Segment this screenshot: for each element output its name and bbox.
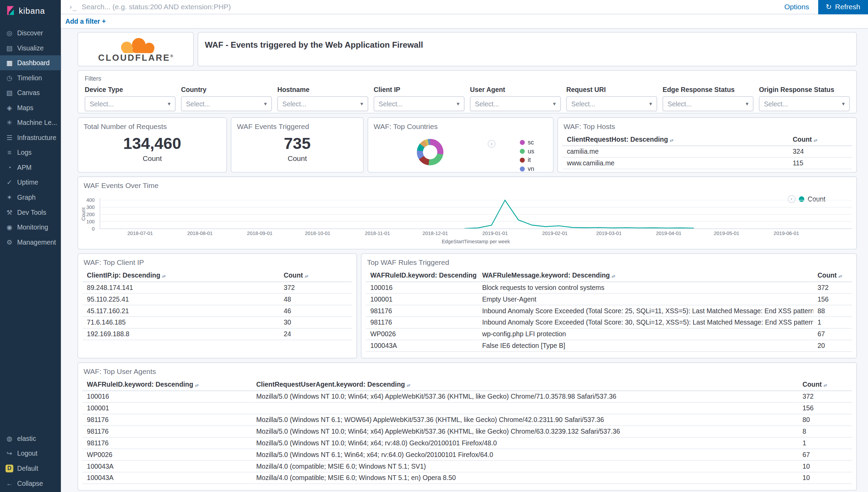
sidebar-item-label: Logout (17, 449, 37, 457)
collapse-icon: ← (5, 479, 13, 487)
cloudflare-logo: CLOUDFLARE® (98, 36, 173, 62)
table-cell: Mozilla/5.0 (Windows NT 10.0; Win64; x64… (252, 391, 798, 402)
column-header[interactable]: WAFRuleID.keyword: Descending▴▾ (82, 379, 252, 391)
metric-unit: Count (231, 154, 363, 163)
sidebar-item-machine-learning[interactable]: ✳Machine Le... (0, 115, 61, 130)
table-row: 71.6.146.18530 (82, 317, 352, 328)
column-header[interactable]: ClientIP.ip: Descending▴▾ (82, 270, 279, 282)
filter-select-edge-response-status[interactable]: Select...▾ (663, 96, 753, 112)
sidebar-item-elastic[interactable]: ◍elastic (0, 431, 61, 446)
filter-label: Hostname (277, 86, 368, 94)
discover-icon: ◎ (5, 29, 13, 37)
filters-row: Device TypeSelect...▾CountrySelect...▾Ho… (85, 86, 850, 111)
brand-text: kibana (19, 6, 45, 15)
chevron-down-icon: ▾ (842, 101, 845, 107)
legend-item-sc[interactable]: sc (520, 139, 534, 145)
column-header[interactable]: WAFRuleMessage.keyword: Descending▴▾ (478, 270, 813, 282)
column-header[interactable]: Count▴▾ (279, 270, 352, 282)
sidebar-item-default-space[interactable]: DDefault (0, 461, 61, 476)
filter-select-device-type[interactable]: Select...▾ (85, 96, 175, 112)
legend-item-vn[interactable]: vn (520, 165, 534, 172)
sidebar-item-dev-tools[interactable]: ⚒Dev Tools (0, 205, 61, 220)
line-chart-plot[interactable] (100, 198, 852, 229)
dashboard-title: WAF - Events triggered by the Web Applic… (205, 40, 850, 49)
legend-item-it[interactable]: it (520, 156, 534, 163)
search-input[interactable] (82, 3, 776, 11)
filter-select-hostname[interactable]: Select...▾ (277, 96, 368, 112)
filter-field-device-type: Device TypeSelect...▾ (85, 86, 175, 111)
sidebar-item-logout[interactable]: ↪Logout (0, 446, 61, 461)
filter-select-client-ip[interactable]: Select...▾ (374, 96, 464, 112)
sidebar-item-label: elastic (17, 434, 36, 442)
uptime-icon: ✓ (5, 178, 13, 186)
column-header[interactable]: Count▴▾ (813, 270, 852, 282)
sidebar-item-uptime[interactable]: ✓Uptime (0, 175, 61, 190)
sidebar-item-label: Maps (17, 104, 33, 112)
column-header[interactable]: Count▴▾ (798, 379, 852, 391)
sidebar-item-infrastructure[interactable]: ☰Infrastructure (0, 130, 61, 145)
filter-select-user-agent[interactable]: Select...▾ (470, 96, 561, 112)
filter-select-origin-response-status[interactable]: Select...▾ (759, 96, 849, 112)
metric-value: 735 (231, 134, 363, 153)
column-header[interactable]: ClientRequestUserAgent.keyword: Descendi… (252, 379, 798, 391)
filter-field-edge-response-status: Edge Response StatusSelect...▾ (663, 86, 753, 111)
sidebar-item-logs[interactable]: ≡Logs (0, 145, 61, 160)
filter-label: User Agent (470, 86, 561, 94)
top-countries-donut[interactable] (417, 139, 443, 165)
sidebar-item-visualize[interactable]: ▤Visualize (0, 40, 61, 56)
table-row: 100016Mozilla/5.0 (Windows NT 10.0; Win6… (82, 391, 852, 402)
table-cell: 89.248.174.141 (82, 282, 279, 293)
query-bar: ›_ Options ↻ Refresh (61, 0, 868, 14)
refresh-icon: ↻ (826, 3, 832, 11)
panel-cloudflare-logo: CLOUDFLARE® (78, 32, 194, 67)
panel-events-over-time: WAF Events Over Time ‹ Count Count 01002… (78, 176, 857, 249)
legend-expand-icon[interactable]: › (488, 140, 495, 148)
select-placeholder: Select... (90, 100, 114, 108)
column-header[interactable]: ClientRequestHost: Descending▴▾ (562, 134, 788, 146)
table-cell: 324 (788, 146, 852, 157)
kibana-logo[interactable]: kibana (0, 0, 61, 21)
sidebar-item-management[interactable]: ⚙Management (0, 235, 61, 250)
add-filter-button[interactable]: Add a filter + (65, 17, 106, 25)
table-cell: 48 (279, 293, 352, 305)
top-hosts-table: ClientRequestHost: Descending▴▾Count▴▾ca… (562, 134, 852, 169)
top-countries-legend: scusitvn (520, 139, 534, 172)
sidebar-item-label: Monitoring (17, 223, 48, 231)
sort-icon: ▴▾ (670, 138, 673, 143)
refresh-button[interactable]: ↻ Refresh (818, 0, 868, 14)
table-cell: Inbound Anomaly Score Exceeded (Total Sc… (478, 317, 813, 328)
top-client-ip-table: ClientIP.ip: Descending▴▾Count▴▾89.248.1… (82, 270, 352, 340)
filter-field-request-uri: Request URISelect...▾ (566, 86, 657, 111)
legend-item-us[interactable]: us (520, 148, 534, 154)
sidebar-item-dashboard[interactable]: ▦Dashboard (0, 55, 61, 70)
sidebar-item-maps[interactable]: ◈Maps (0, 100, 61, 115)
sort-icon: ▴▾ (612, 274, 615, 279)
filter-field-client-ip: Client IPSelect...▾ (374, 86, 464, 111)
x-axis-title: EdgeStartTimestamp per week (100, 239, 852, 244)
sidebar-item-label: Dev Tools (17, 208, 46, 216)
sidebar-item-apm[interactable]: ◔APM (0, 160, 61, 175)
options-link[interactable]: Options (784, 3, 809, 11)
table-cell: Mozilla/5.0 (Windows NT 10.0; Win64; x64… (252, 426, 798, 437)
sidebar-item-graph[interactable]: ✶Graph (0, 190, 61, 205)
sidebar-item-timelion[interactable]: ◷Timelion (0, 70, 61, 85)
panel-title: WAF Events Triggered (231, 118, 363, 130)
table-cell: 192.169.188.8 (82, 328, 279, 340)
chevron-down-icon: ▾ (264, 101, 267, 107)
select-placeholder: Select... (475, 100, 499, 108)
column-header-label: Count (818, 272, 837, 280)
sidebar-item-collapse[interactable]: ←Collapse (0, 476, 61, 491)
sidebar-item-canvas[interactable]: ▧Canvas (0, 85, 61, 100)
column-header[interactable]: Count▴▾ (788, 134, 852, 146)
sidebar-item-discover[interactable]: ◎Discover (0, 25, 61, 40)
filter-select-request-uri[interactable]: Select...▾ (566, 96, 657, 112)
sidebar-item-monitoring[interactable]: ◉Monitoring (0, 220, 61, 235)
column-header[interactable]: WAFRuleID.keyword: Descending▴▾ (366, 270, 478, 282)
sort-icon: ▴▾ (838, 274, 842, 279)
table-cell: 115 (788, 157, 852, 169)
sidebar-item-label: Machine Le... (17, 119, 57, 127)
table-cell: 981176 (82, 426, 252, 437)
filter-select-country[interactable]: Select...▾ (181, 96, 272, 112)
y-ticks: 0100200300400 (78, 198, 97, 229)
x-tick-label: 2018-09-01 (247, 231, 272, 236)
